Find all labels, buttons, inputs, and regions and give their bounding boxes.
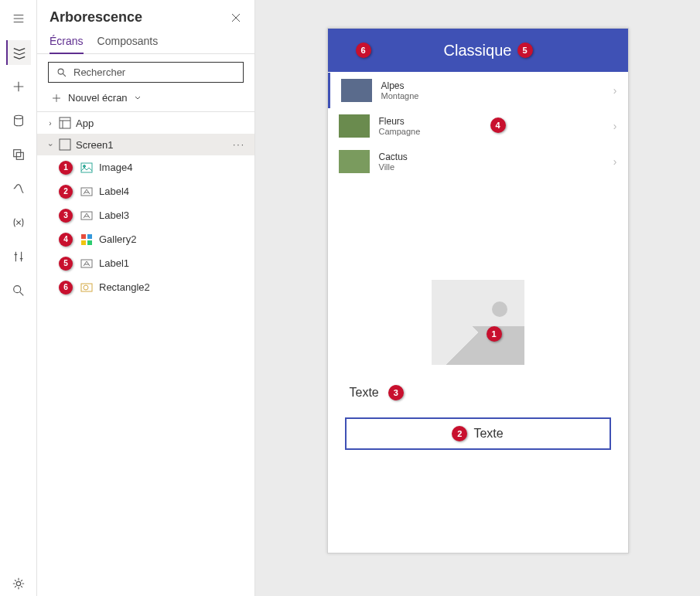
badge-3: 3 bbox=[388, 385, 404, 400]
gallery-row[interactable]: CactusVille› bbox=[328, 144, 628, 179]
badge-1: 1 bbox=[487, 326, 502, 342]
data-icon[interactable] bbox=[6, 108, 31, 133]
chevron-down-icon: › bbox=[46, 141, 55, 148]
search-icon[interactable] bbox=[6, 278, 31, 303]
label-icon bbox=[80, 186, 93, 198]
svg-rect-12 bbox=[81, 234, 86, 239]
svg-rect-13 bbox=[87, 234, 92, 239]
left-rail bbox=[0, 0, 37, 596]
tree-item-label: Rectangle2 bbox=[99, 281, 150, 293]
tree-item-label: Label3 bbox=[99, 209, 129, 221]
label3[interactable]: Texte 3 bbox=[328, 365, 628, 407]
svg-rect-7 bbox=[60, 139, 70, 150]
tree-item-label: Label4 bbox=[99, 186, 129, 197]
row-title: Fleurs bbox=[379, 116, 421, 127]
phone-title: Classique bbox=[444, 42, 512, 60]
tree-item-label1[interactable]: 5Label1 bbox=[37, 251, 254, 275]
tree-app-label: App bbox=[76, 117, 94, 129]
svg-rect-17 bbox=[81, 284, 92, 291]
tree-item-label: Image4 bbox=[99, 162, 132, 173]
label4-text: Texte bbox=[473, 427, 503, 441]
row-subtitle: Ville bbox=[379, 162, 408, 172]
label-icon bbox=[80, 209, 93, 222]
badge: 4 bbox=[59, 233, 73, 247]
svg-rect-14 bbox=[81, 240, 86, 245]
tree-screen1[interactable]: › Screen1 ··· bbox=[37, 134, 254, 155]
tab-screens[interactable]: Écrans bbox=[50, 30, 84, 53]
more-icon[interactable]: ··· bbox=[233, 139, 245, 150]
panel-title: Arborescence bbox=[50, 9, 142, 26]
close-icon[interactable] bbox=[230, 12, 242, 24]
add-icon[interactable] bbox=[6, 74, 31, 99]
svg-rect-2 bbox=[16, 152, 23, 159]
phone-header: 6 Classique 5 bbox=[328, 29, 628, 72]
image-icon bbox=[80, 162, 93, 174]
new-screen-label: Nouvel écran bbox=[68, 92, 128, 104]
chevron-right-icon: › bbox=[46, 119, 54, 128]
tree-item-label3[interactable]: 3Label3 bbox=[37, 203, 254, 227]
tab-components[interactable]: Composants bbox=[97, 30, 159, 53]
badge: 2 bbox=[59, 185, 73, 199]
thumbnail bbox=[341, 79, 372, 102]
thumbnail bbox=[339, 114, 370, 138]
tree-app[interactable]: › App bbox=[37, 112, 254, 134]
chevron-right-icon: › bbox=[613, 120, 617, 132]
screen-icon bbox=[59, 138, 71, 151]
svg-point-4 bbox=[16, 581, 20, 585]
advanced-icon[interactable] bbox=[6, 244, 31, 269]
gallery[interactable]: AlpesMontagne›FleursCampagne›4CactusVill… bbox=[328, 72, 628, 179]
menu-icon[interactable] bbox=[6, 6, 31, 31]
media-icon[interactable] bbox=[6, 142, 31, 167]
gallery-row[interactable]: AlpesMontagne› bbox=[328, 73, 628, 108]
canvas: 6 Classique 5 AlpesMontagne›FleursCampag… bbox=[255, 0, 700, 596]
tree-item-label: Gallery2 bbox=[99, 233, 136, 245]
search-input[interactable]: Rechercher bbox=[48, 62, 244, 83]
row-subtitle: Campagne bbox=[379, 127, 421, 136]
gallery-row[interactable]: FleursCampagne›4 bbox=[328, 108, 628, 144]
svg-point-18 bbox=[84, 285, 88, 290]
row-title: Cactus bbox=[379, 152, 408, 162]
svg-point-5 bbox=[58, 69, 63, 74]
rect-icon bbox=[80, 281, 93, 294]
tree-item-image4[interactable]: 1Image4 bbox=[37, 155, 254, 179]
new-screen-button[interactable]: Nouvel écran bbox=[37, 89, 254, 112]
svg-point-0 bbox=[14, 115, 22, 119]
thumbnail bbox=[339, 150, 370, 173]
variables-icon[interactable] bbox=[6, 210, 31, 235]
tree-view-icon[interactable] bbox=[6, 40, 31, 65]
badge-6: 6 bbox=[356, 43, 371, 58]
chevron-right-icon: › bbox=[613, 84, 617, 97]
tree-item-label4[interactable]: 2Label4 bbox=[37, 179, 254, 203]
svg-rect-1 bbox=[13, 150, 20, 157]
svg-rect-8 bbox=[81, 163, 92, 172]
panel-tabs: Écrans Composants bbox=[37, 30, 254, 54]
row-subtitle: Montagne bbox=[381, 91, 419, 100]
phone-preview: 6 Classique 5 AlpesMontagne›FleursCampag… bbox=[327, 28, 629, 553]
badge-4: 4 bbox=[490, 117, 506, 133]
image-placeholder[interactable] bbox=[432, 280, 524, 365]
badge-5: 5 bbox=[517, 43, 533, 58]
label4[interactable]: 2 Texte bbox=[345, 417, 611, 450]
settings-icon[interactable] bbox=[6, 571, 31, 596]
tree-item-label: Label1 bbox=[99, 257, 129, 269]
svg-point-9 bbox=[84, 165, 86, 167]
tree-item-rectangle2[interactable]: 6Rectangle2 bbox=[37, 275, 254, 299]
label3-text: Texte bbox=[350, 386, 379, 400]
flow-icon[interactable] bbox=[6, 176, 31, 201]
badge: 6 bbox=[59, 281, 73, 295]
badge: 1 bbox=[59, 161, 73, 175]
badge: 3 bbox=[59, 209, 73, 223]
svg-rect-6 bbox=[60, 117, 70, 128]
tree: › App › Screen1 ··· 1Image42Label43Label… bbox=[37, 112, 254, 299]
svg-rect-15 bbox=[87, 240, 92, 245]
chevron-right-icon: › bbox=[613, 155, 617, 168]
tree-screen-label: Screen1 bbox=[76, 139, 113, 151]
label-icon bbox=[80, 257, 93, 270]
search-placeholder: Rechercher bbox=[73, 66, 125, 78]
row-title: Alpes bbox=[381, 80, 419, 91]
gallery-icon bbox=[80, 233, 93, 246]
tree-panel: Arborescence Écrans Composants Recherche… bbox=[37, 0, 255, 596]
badge: 5 bbox=[59, 257, 73, 271]
app-icon bbox=[59, 117, 71, 129]
tree-item-gallery2[interactable]: 4Gallery2 bbox=[37, 227, 254, 251]
